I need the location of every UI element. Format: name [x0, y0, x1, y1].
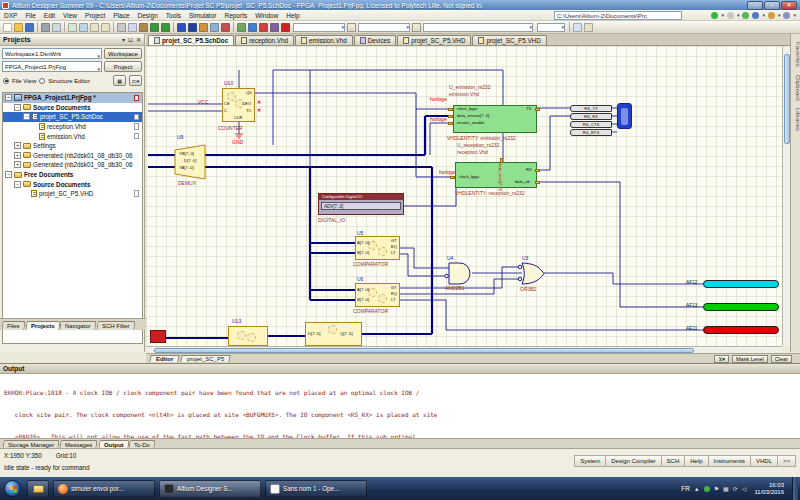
tree-item-generated-2[interactable]: + Generated (nb2dsk01_08_db30_06 — [3, 160, 142, 170]
undo-icon[interactable] — [150, 23, 159, 32]
menu-place[interactable]: Place — [109, 12, 133, 19]
panels-design-compiler-button[interactable]: Design Compiler — [605, 455, 660, 467]
place-wire-icon[interactable] — [177, 23, 186, 32]
editor-horizontal-scrollbar[interactable] — [146, 346, 782, 353]
menu-dxp[interactable]: DXP — [0, 12, 21, 19]
panels-system-button[interactable]: System — [574, 455, 605, 467]
menu-design[interactable]: Design — [134, 12, 162, 19]
zoom-out-icon[interactable] — [101, 23, 110, 32]
digital-io-block[interactable]: Configurable Digital IO ADV[7..0] — [318, 193, 404, 215]
doc-tab-emission[interactable]: emission.Vhd — [295, 35, 353, 45]
antivirus-status-icon[interactable] — [704, 486, 710, 492]
db9-connector[interactable] — [617, 103, 632, 129]
cut-icon[interactable] — [117, 23, 126, 32]
grid-combo[interactable] — [537, 23, 565, 32]
panels-help-button[interactable]: Help — [684, 455, 707, 467]
tree-item-generated-1[interactable]: + Generated (nb2dsk01_08_db30_06 — [3, 151, 142, 161]
schematic-editor[interactable]: U10 VCC CE C Q0 CEO TC CLR ✕ ✕ COUNTER G… — [146, 46, 782, 346]
browse-icon[interactable] — [68, 23, 77, 32]
panels-more-button[interactable]: >> — [777, 455, 796, 467]
tray-expand-icon[interactable]: ▲ — [694, 486, 700, 492]
firefox-taskbar-button[interactable]: simuler envoi por... — [53, 480, 155, 497]
menu-window[interactable]: Window — [251, 12, 282, 19]
tree-item-schdoc[interactable]: − projet_SC_P5.SchDoc — [3, 112, 142, 122]
menu-project[interactable]: Project — [81, 12, 109, 19]
menu-help[interactable]: Help — [282, 12, 303, 19]
tab-sch-filter[interactable]: SCH Filter — [96, 321, 135, 330]
tab-navigator[interactable]: Navigator — [60, 321, 97, 330]
maximize-button[interactable]: ▫ — [764, 1, 780, 10]
address-combo[interactable]: C:\Users\Altium-2\Documents\Prc — [554, 11, 682, 20]
browse-button-1[interactable]: … — [347, 23, 356, 32]
workspace-button[interactable]: Workspace — [104, 48, 142, 59]
delete-icon[interactable] — [281, 23, 290, 32]
project-combo[interactable]: FPGA_Project1.PrjFpg — [2, 61, 102, 72]
chart-tool-icon[interactable] — [752, 12, 759, 19]
new-icon[interactable] — [3, 23, 12, 32]
doc-tab-devices[interactable]: Devices — [354, 35, 396, 45]
panels-sch-button[interactable]: SCH — [661, 455, 685, 467]
tree-item-free-documents[interactable]: − Free Documents — [3, 170, 142, 180]
menu-simulator[interactable]: Simulator — [185, 12, 220, 19]
tree-item-free-vhd[interactable]: projet_SC_P5.VHD — [3, 189, 142, 199]
open-icon[interactable] — [14, 23, 23, 32]
download-tool-icon[interactable] — [783, 12, 790, 19]
tab-projects[interactable]: Projects — [25, 321, 60, 330]
menu-edit[interactable]: Edit — [40, 12, 59, 19]
clear-button[interactable]: Clear — [771, 355, 792, 363]
doc-tab-vhd-2[interactable]: projet_SC_P5.VHD — [472, 35, 546, 45]
dip-switch-block[interactable] — [150, 330, 166, 343]
doc-tab-schdoc[interactable]: projet_SC_P5.SchDoc — [148, 35, 234, 45]
menu-file[interactable]: File — [21, 12, 39, 19]
menu-view[interactable]: View — [59, 12, 81, 19]
tree-item-reception[interactable]: reception.Vhd — [3, 122, 142, 132]
run-icon[interactable] — [248, 23, 257, 32]
distribute-icon[interactable] — [584, 23, 593, 32]
port-rs-cts[interactable]: RS_CTS — [570, 121, 612, 128]
panels-vhdl-button[interactable]: VHDL — [750, 455, 777, 467]
place-part-icon[interactable] — [199, 23, 208, 32]
panels-instruments-button[interactable]: Instruments — [708, 455, 750, 467]
place-bus-icon[interactable] — [188, 23, 197, 32]
tab-editor[interactable]: Editor — [149, 355, 180, 362]
cross-probe-icon[interactable] — [270, 23, 279, 32]
openoffice-taskbar-button[interactable]: Sans nom 1 - Ope... — [265, 480, 367, 497]
refresh-icon[interactable]: ⟳ — [733, 485, 738, 492]
minimize-button[interactable]: – — [747, 1, 763, 10]
save-icon[interactable] — [25, 23, 34, 32]
port-rs-rts[interactable]: RS_RTS — [570, 129, 612, 136]
dock-tab-clipboard[interactable]: Clipboard — [791, 75, 800, 101]
favorites-add-icon[interactable] — [742, 12, 749, 19]
altium-taskbar-button[interactable]: Altium Designer S... — [159, 480, 261, 497]
probe-bar-af12[interactable] — [703, 280, 779, 288]
tree-item-free-source[interactable]: − Source Documents — [3, 179, 142, 189]
zoom-in-icon[interactable] — [90, 23, 99, 32]
taskbar-clock[interactable]: 16:03 11/03/2016 — [754, 482, 784, 496]
workspace-combo[interactable]: Workspace1.DsnWrk — [2, 48, 102, 59]
net-label-icon[interactable] — [221, 23, 230, 32]
doc-tab-reception[interactable]: reception.Vhd — [235, 35, 294, 45]
dock-tab-favorites[interactable]: Favorites — [791, 42, 800, 67]
panel-menu-icon[interactable]: ▾ — [122, 36, 125, 43]
panel-sort-button[interactable]: ▦ — [113, 75, 126, 86]
browse-button-2[interactable]: … — [412, 23, 421, 32]
menu-tools[interactable]: Tools — [162, 12, 185, 19]
device-combo[interactable] — [423, 23, 533, 32]
place-port-icon[interactable] — [210, 23, 219, 32]
tab-projet-sc-p5[interactable]: projet_SC_P5 — [181, 355, 232, 362]
probe-bar-af13[interactable] — [703, 303, 779, 311]
tree-item-project[interactable]: − FPGA_Project1.PrjFpg * — [3, 93, 142, 103]
print-preview-icon[interactable] — [52, 23, 61, 32]
scale-combo[interactable] — [293, 23, 345, 32]
panel-pin-icon[interactable]: ⊡ — [128, 36, 133, 43]
close-button[interactable]: ✕ — [781, 1, 797, 10]
doc-tab-vhd-1[interactable]: projet_SC_P5.VHD — [397, 35, 471, 45]
bus-block[interactable] — [228, 326, 268, 346]
mask-level-button[interactable]: Mask Level — [732, 355, 768, 363]
compile-icon[interactable] — [237, 23, 246, 32]
zoom-mode-icon[interactable]: ⊻▾ — [714, 355, 729, 363]
network-icon[interactable]: ▦ — [723, 485, 729, 492]
probe-bar-ae11[interactable] — [703, 326, 779, 334]
file-view-radio[interactable] — [3, 78, 9, 84]
back-icon[interactable] — [727, 12, 734, 19]
